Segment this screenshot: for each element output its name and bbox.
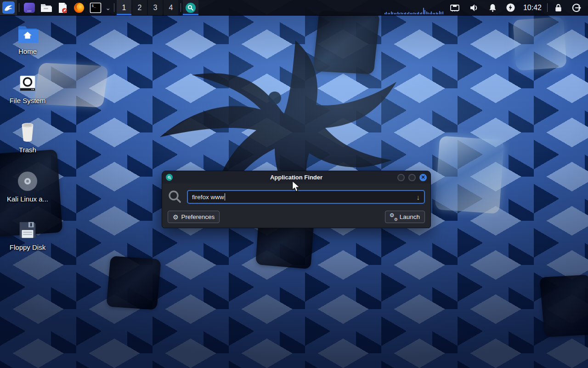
clock[interactable]: 10:42 (520, 0, 545, 15)
cpu-graph[interactable] (381, 0, 445, 15)
kali-menu-button[interactable] (0, 0, 17, 15)
panel-right-group: 10:42 (381, 0, 588, 15)
home-folder-icon (17, 24, 39, 45)
panel-separator (114, 3, 114, 12)
chevron-down-icon: ⌄ (105, 4, 111, 12)
cd-disc-icon (17, 170, 39, 192)
desktop-icon-trash[interactable]: Trash (4, 121, 51, 154)
desktop: $_ ⌄ 1 2 3 4 (0, 0, 588, 368)
workspace-label: 2 (138, 4, 142, 12)
workspace-button-1[interactable]: 1 (117, 0, 131, 15)
terminal-icon: $_ (90, 2, 102, 13)
terminal-prompt-glyph: $_ (92, 4, 96, 8)
app-finder-titlebar-icon (166, 174, 173, 181)
workspace-label: 3 (153, 4, 158, 12)
notifications-bell-icon[interactable] (484, 0, 502, 15)
launcher-terminal[interactable]: $_ (87, 0, 104, 15)
launcher-file-manager[interactable] (38, 0, 54, 15)
desktop-icon-floppy-disk[interactable]: Floppy Disk (4, 219, 51, 251)
firefox-icon (73, 2, 85, 14)
launcher-firefox[interactable] (71, 0, 87, 15)
run-gears-icon: ⚙ ⚙ (390, 213, 397, 220)
text-caret (225, 193, 226, 201)
power-manager-icon[interactable] (502, 0, 520, 15)
app-finder-icon (185, 2, 196, 13)
desktop-icon-kali-cd[interactable]: Kali Linux a... (4, 170, 51, 203)
trash-can-icon (17, 121, 38, 143)
launch-button-label: Launch (400, 213, 420, 220)
search-input-value: firefox www (192, 194, 224, 201)
launcher-terminal-purple[interactable] (21, 0, 38, 15)
panel-separator (19, 3, 19, 12)
desktop-icon-label: Floppy Disk (10, 243, 45, 251)
app-finder-taskbar-button[interactable] (183, 0, 198, 15)
launch-button[interactable]: ⚙ ⚙ Launch (385, 211, 425, 223)
mouse-cursor (291, 180, 301, 192)
panel-separator (181, 3, 181, 12)
panel-left-group: $_ ⌄ 1 2 3 4 (0, 0, 198, 15)
window-controls: ✕ (397, 174, 427, 181)
logout-icon[interactable] (567, 0, 588, 15)
desktop-icon-label: Kali Linux a... (7, 195, 48, 203)
workspace-button-3[interactable]: 3 (148, 0, 163, 15)
close-icon: ✕ (421, 175, 425, 180)
floppy-disk-icon (17, 219, 38, 241)
minimize-button[interactable] (397, 174, 405, 181)
launcher-text-editor[interactable] (54, 0, 71, 15)
terminal-dropdown-chevron[interactable]: ⌄ (104, 0, 112, 15)
desktop-icon-label: File System (10, 97, 45, 104)
kali-logo-icon (2, 1, 15, 14)
desktop-icon-label: Trash (19, 146, 36, 154)
gear-icon: ⚙ (173, 214, 179, 220)
dropdown-arrow-icon: ↓ (417, 193, 420, 201)
desktop-icon-file-system[interactable]: File System (4, 73, 51, 104)
close-button[interactable]: ✕ (419, 174, 427, 181)
text-editor-icon (57, 2, 68, 14)
panel-separator (547, 3, 548, 12)
purple-terminal-icon (23, 2, 35, 14)
search-input[interactable]: firefox www ↓ (187, 190, 425, 204)
workspace-label: 1 (122, 4, 126, 12)
window-title: Application Finder (162, 174, 430, 181)
desktop-icon-home[interactable]: Home (4, 24, 51, 55)
top-panel: $_ ⌄ 1 2 3 4 (0, 0, 588, 16)
maximize-button[interactable] (408, 174, 416, 181)
lock-screen-icon[interactable] (549, 0, 567, 15)
workspace-button-2[interactable]: 2 (132, 0, 147, 15)
workspace-label: 4 (169, 4, 173, 12)
button-row: ⚙ Preferences ⚙ ⚙ Launch (168, 211, 425, 223)
application-finder-window: Application Finder ✕ firefox www ↓ (162, 171, 431, 228)
network-tray-icon[interactable] (445, 0, 464, 15)
workspace-button-4[interactable]: 4 (164, 0, 178, 15)
file-system-drive-icon (17, 73, 38, 94)
search-icon (168, 190, 182, 204)
preferences-button[interactable]: ⚙ Preferences (168, 211, 220, 223)
desktop-icon-label: Home (18, 47, 37, 55)
cpu-graph-bars (384, 7, 443, 14)
preferences-button-label: Preferences (181, 213, 215, 220)
volume-tray-icon[interactable] (464, 0, 484, 15)
file-manager-icon (40, 2, 52, 14)
clock-text: 10:42 (523, 4, 542, 12)
